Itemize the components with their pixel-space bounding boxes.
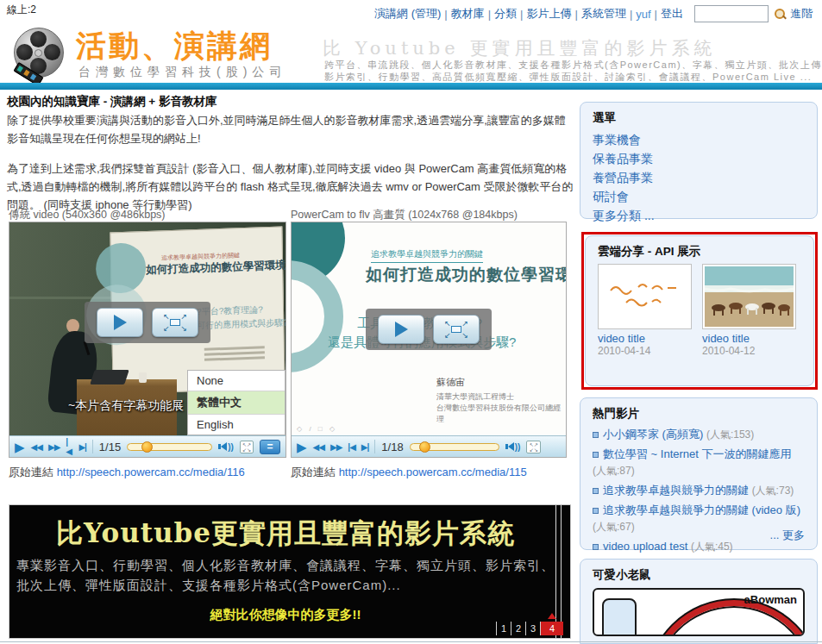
slide-title: 如何打造成功的數位學習環境 <box>366 264 566 286</box>
top-navigation: 演講網 (管理)| 教材庫| 分類| 影片上傳| 系統管理| yuf| 登出 進… <box>372 5 815 22</box>
video-player-powercam: 追求教學卓越與競爭力的關鍵 如何打造成功的數位學習環境 工具?平台?教育理論? … <box>291 222 567 458</box>
speaker-info: 蘇德宙 清華大學資訊工程博士 台灣數位學習科技股份有限公司總經理 <box>436 376 566 425</box>
left-source-link-row: 原始連結 http://speech.powercam.cc/media/116 <box>9 465 245 480</box>
sidebar-item-business-opportunity[interactable]: 事業機會 <box>593 130 805 149</box>
cloud-video-1-thumbnail[interactable] <box>598 264 692 329</box>
page-bottom-border <box>0 641 822 642</box>
hamster-widget[interactable]: aBowman <box>593 588 805 636</box>
bullet-square-icon <box>593 488 599 494</box>
sidebar-item-nutrition[interactable]: 養營品事業 <box>593 168 805 187</box>
slide-counter: 1/18 <box>381 441 403 453</box>
fullscreen-button[interactable]: ↖↗↙↘ <box>526 441 541 453</box>
nav-separator: | <box>444 8 447 21</box>
cloud-video-1-date: 2010-04-14 <box>598 345 694 357</box>
right-video-stage[interactable]: 追求教學卓越與競爭力的關鍵 如何打造成功的數位學習環境 工具?平台?教育理論? … <box>292 222 566 436</box>
overlay-button-panel: ↖↗↙↘ <box>366 309 492 350</box>
volume-icon[interactable]: )) <box>505 442 521 452</box>
subtitle-option-none[interactable]: None <box>188 371 285 391</box>
bullet-square-icon <box>593 452 599 458</box>
play-button[interactable]: ▶ <box>15 441 25 453</box>
left-player-controls: ▶ ◀◀ ▶▶ |◀ ▶| 1/15 )) ↖↗↙↘ = <box>9 435 286 457</box>
search-input[interactable] <box>694 5 769 22</box>
cute-mouse-box: 可愛小老鼠 aBowman <box>580 559 818 644</box>
banner-page-1[interactable]: 1 <box>496 622 511 635</box>
seek-slider-thumb[interactable] <box>141 441 153 453</box>
hot-videos-title: 熱門影片 <box>593 406 805 422</box>
sidebar-item-more-categories[interactable]: 更多分類 ... <box>593 206 805 225</box>
right-player-controls: ▶ ◀◀ ▶▶ |◀ ▶| 1/18 )) ↖↗↙↘ <box>292 435 566 457</box>
cloud-video-2-title[interactable]: video title <box>702 332 799 345</box>
nav-separator: | <box>520 8 523 21</box>
intro-paragraph-2: 為了達到上述需求,我們採雙首頁設計 (影音入口、個人教材庫),並同時支援 vid… <box>7 159 574 214</box>
site-title: 活動、演講網 <box>76 26 273 66</box>
nav-categories[interactable]: 分類 <box>494 6 517 22</box>
play-button[interactable]: ▶ <box>297 441 307 453</box>
banner-page-3[interactable]: 3 <box>525 622 540 635</box>
banner-page-2[interactable]: 2 <box>511 622 525 635</box>
nav-lecture-admin[interactable]: 演講網 (管理) <box>374 6 441 22</box>
right-source-url[interactable]: http://speech.powercam.cc/media/115 <box>339 466 527 478</box>
left-source-url[interactable]: http://speech.powercam.cc/media/116 <box>57 466 245 478</box>
play-icon <box>395 322 408 337</box>
banner-pagination: 1 2 3 4 <box>496 622 563 635</box>
slide-mini-toolbar: ◇ / □ ◇ <box>297 425 337 433</box>
fullscreen-overlay-button[interactable]: ↖↗↙↘ <box>433 315 480 344</box>
cloud-share-title: 雲端分享 - API 展示 <box>598 244 801 259</box>
subtitle-menu-button[interactable]: = <box>260 440 280 454</box>
subtitle-option-traditional-chinese[interactable]: 繁體中文 <box>188 391 285 415</box>
bullet-square-icon <box>593 432 599 438</box>
advanced-search-link[interactable]: 進階 <box>790 6 813 22</box>
previous-button[interactable]: |◀ <box>66 437 72 456</box>
play-icon <box>114 315 127 330</box>
bullet-square-icon <box>593 508 599 514</box>
page: 線上:2 演講網 (管理)| 教材庫| 分類| 影片上傳| 系統管理| yuf|… <box>0 0 822 644</box>
left-video-caption: 傳統 video (540x360 @486kbps) <box>9 208 166 222</box>
subtitle-language-menu: None 繁體中文 English <box>187 370 286 435</box>
hot-video-item: 數位學習 ~ Internet 下一波的關鍵應用 (人氣:87) <box>593 446 805 479</box>
rewind-button[interactable]: ◀◀ <box>313 442 324 452</box>
seek-slider[interactable] <box>410 443 499 451</box>
rewind-button[interactable]: ◀◀ <box>31 442 42 452</box>
subtitle-option-english[interactable]: English <box>188 415 285 435</box>
nav-separator: | <box>630 8 632 21</box>
cute-mouse-title: 可愛小老鼠 <box>593 567 805 583</box>
seek-slider-thumb[interactable] <box>419 441 430 453</box>
nav-separator: | <box>655 8 657 21</box>
banner-description: 專業影音入口、行動學習、個人化影音教材庫、會議議程、字幕、獨立片頭、影片索引、批… <box>16 555 558 595</box>
fullscreen-overlay-button[interactable]: ↖↗↙↘ <box>152 308 198 337</box>
cloud-video-2: video title 2010-04-12 <box>702 264 799 357</box>
sidebar-item-seminar[interactable]: 研討會 <box>593 187 805 206</box>
widget-brand: aBowman <box>744 593 797 606</box>
previous-button[interactable]: |◀ <box>348 442 355 452</box>
play-overlay-button[interactable] <box>97 308 143 337</box>
hot-videos-more-link[interactable]: ... 更多 <box>770 528 805 543</box>
hot-videos-box: 熱門影片 小小鋼琴家 (高頻寬) (人氣:153) 數位學習 ~ Interne… <box>580 397 818 550</box>
forward-button[interactable]: ▶▶ <box>48 442 60 452</box>
fullscreen-button[interactable]: ↖↗↙↘ <box>240 441 254 453</box>
forward-button[interactable]: ▶▶ <box>330 442 342 452</box>
nav-system-admin[interactable]: 系統管理 <box>581 6 626 22</box>
company-name: 台灣數位學習科技(股)公司 <box>78 65 286 80</box>
header-divider-bar <box>0 83 822 90</box>
nav-logout[interactable]: 登出 <box>661 6 683 22</box>
sidebar-item-skincare[interactable]: 保養品事業 <box>593 149 805 168</box>
banner-page-4-active[interactable]: 4 <box>540 622 563 635</box>
volume-icon[interactable]: )) <box>218 442 234 452</box>
nav-material-library[interactable]: 教材庫 <box>451 6 485 22</box>
seek-slider[interactable] <box>127 443 212 451</box>
right-source-link-row: 原始連結 http://speech.powercam.cc/media/115 <box>291 465 527 480</box>
cloud-video-1-title[interactable]: video title <box>598 332 694 345</box>
next-button[interactable]: ▶| <box>78 442 86 452</box>
cloud-video-2-thumbnail[interactable] <box>702 264 796 329</box>
search-icon[interactable] <box>774 8 786 20</box>
promo-banner[interactable]: 比Youtube更實用且豐富的影片系統 專業影音入口、行動學習、個人化影音教材庫… <box>9 504 571 639</box>
nav-upload[interactable]: 影片上傳 <box>526 6 571 22</box>
slide-small-title: 追求教學卓越與競爭力的關鍵 <box>371 248 483 263</box>
nav-separator: | <box>488 8 491 21</box>
cloud-share-box: 雲端分享 - API 展示 video title 2010-04-14 <box>585 235 814 386</box>
nav-username[interactable]: yuf <box>636 8 650 21</box>
play-overlay-button[interactable] <box>378 315 424 344</box>
intro-paragraph-1: 除了提供學校重要演講與活動的影音入口外,並同時滿足師生個人的影音教材庫需求,透過… <box>7 111 574 147</box>
next-button[interactable]: ▶| <box>361 442 369 452</box>
feeder-tube[interactable] <box>602 598 637 636</box>
